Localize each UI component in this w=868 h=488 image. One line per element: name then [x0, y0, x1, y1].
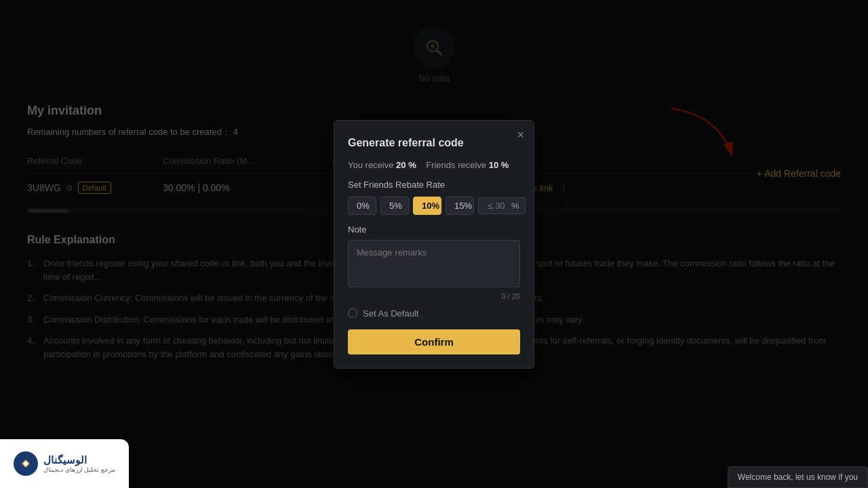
notification-text: Welcome back, let us know if you [738, 472, 858, 482]
rate-btn-0[interactable]: 0% [348, 197, 376, 215]
note-textarea[interactable] [348, 240, 520, 287]
set-default-row: Set As Default [348, 308, 520, 319]
logo-img-area: الوسيگنال مرجع تحلیل ارزهای دیجیتال [14, 451, 115, 476]
receive-info: You receive 20 % Friends receive 10 % [348, 160, 520, 170]
modal-close-button[interactable]: × [517, 129, 524, 141]
set-default-radio[interactable] [348, 308, 357, 318]
rate-buttons-group: 0% 5% 10% 15% % [348, 197, 520, 215]
rate-percent-symbol: % [511, 201, 519, 211]
rate-custom-input[interactable] [484, 201, 509, 211]
friends-receive-label: Friends receive [426, 160, 486, 170]
logo-circle [14, 451, 38, 476]
svg-point-5 [24, 462, 28, 466]
you-receive-value: 20 % [396, 160, 416, 170]
modal-overlay: Generate referral code × You receive 20 … [0, 0, 868, 488]
bottom-notification: Welcome back, let us know if you [728, 466, 868, 488]
rate-btn-10[interactable]: 10% [413, 197, 441, 215]
logo-main-text: الوسيگنال [43, 454, 115, 466]
rate-custom-input-group: % [478, 197, 526, 214]
rate-btn-5[interactable]: 5% [380, 197, 409, 215]
you-receive-label: You receive [348, 160, 393, 170]
generate-referral-modal: Generate referral code × You receive 20 … [334, 120, 534, 369]
logo-text-area: الوسيگنال مرجع تحلیل ارزهای دیجیتال [43, 454, 115, 473]
modal-title: Generate referral code [348, 137, 520, 149]
bottom-logo: الوسيگنال مرجع تحلیل ارزهای دیجیتال [0, 439, 129, 488]
logo-sub-text: مرجع تحلیل ارزهای دیجیتال [43, 466, 115, 473]
set-default-label[interactable]: Set As Default [363, 308, 418, 319]
note-counter: 0 / 20 [348, 292, 520, 300]
rebate-rate-label: Set Friends Rebate Rate [348, 180, 520, 190]
confirm-button[interactable]: Confirm [348, 329, 520, 354]
friends-receive-value: 10 % [489, 160, 509, 170]
rate-btn-15[interactable]: 15% [446, 197, 474, 215]
note-label: Note [348, 224, 520, 235]
